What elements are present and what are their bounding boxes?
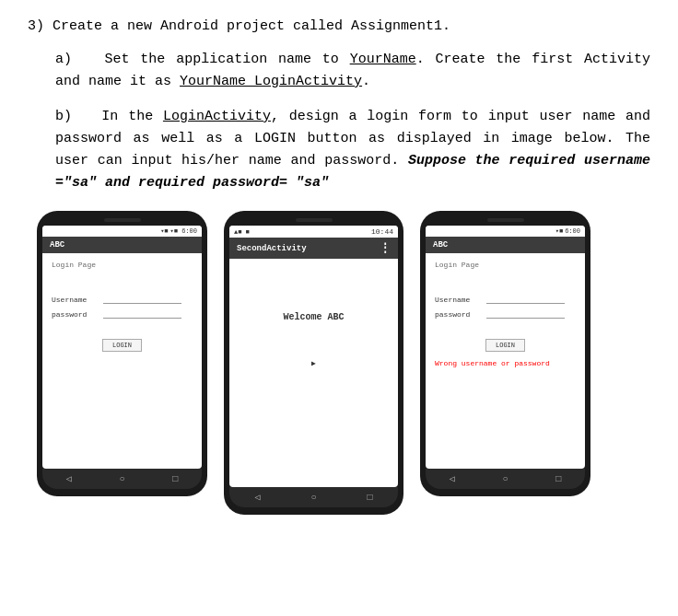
- phone2-welcome-text: Welcome ABC: [239, 312, 389, 322]
- phone1-screen: ▾■ ▾■ 6:00 ABC Login Page Username passw…: [42, 226, 202, 469]
- phone2-back-button[interactable]: ◁: [254, 492, 260, 503]
- step-number: 3): [28, 18, 44, 34]
- step-title: Create a new Android project called Assi…: [53, 18, 450, 34]
- phone1-username-input[interactable]: [103, 295, 181, 304]
- phone3-username-input[interactable]: [486, 295, 565, 304]
- phone3-recent-button[interactable]: □: [555, 474, 561, 484]
- phone1-username-label: Username: [52, 296, 99, 304]
- phone2-home-button[interactable]: ○: [310, 493, 316, 503]
- phone1-time: ▾■ 6:00: [170, 227, 197, 235]
- yourname-link: YourName: [350, 52, 416, 67]
- phone2-action-title: SecondActivity: [237, 244, 307, 253]
- loginactivity-link: LoginActivity: [163, 109, 271, 124]
- phones-row: ▾■ ▾■ 6:00 ABC Login Page Username passw…: [37, 211, 650, 515]
- phone1-username-row: Username: [52, 295, 193, 304]
- phone1-body: Login Page Username password LOGIN: [42, 253, 202, 469]
- phone1-recent-button[interactable]: □: [172, 474, 178, 484]
- phone3-password-row: password: [435, 309, 576, 319]
- phone3-action-bar: ABC: [426, 237, 585, 253]
- phone3-error-message: Wrong username or password: [435, 359, 576, 367]
- phone1-speaker: [104, 218, 141, 222]
- phone3-username-row: Username: [435, 295, 576, 304]
- phone3-password-input[interactable]: [486, 309, 565, 319]
- phone3-home-button[interactable]: ○: [502, 474, 508, 484]
- phone3-status-icons: ▾■ 6:00: [555, 227, 580, 235]
- item-b-label: b): [55, 109, 72, 124]
- phone3-body: Login Page Username password LOGIN Wrong…: [426, 253, 585, 469]
- phone1-status-bar: ▾■ ▾■ 6:00: [42, 226, 202, 237]
- phone1-home-button[interactable]: ○: [119, 474, 124, 484]
- phone1-action-title: ABC: [50, 240, 64, 250]
- phone3-screen: ▾■ 6:00 ABC Login Page Username password: [426, 226, 585, 469]
- sub-item-a-text: a) Set the application name to YourName.…: [55, 49, 650, 93]
- phone1-password-row: password: [52, 309, 193, 319]
- phone1-password-input[interactable]: [103, 309, 181, 319]
- phone1-signal: ▾■: [160, 227, 168, 235]
- phone3-username-label: Username: [435, 296, 483, 304]
- phone3-login-button[interactable]: LOGIN: [485, 339, 525, 352]
- phone2-status-icons: ▲■ ■: [234, 228, 250, 236]
- phone3-time: 6:00: [565, 227, 580, 235]
- phone2-bottom-nav: ◁ ○ □: [229, 487, 398, 507]
- sub-item-b: b) In the LoginActivity, design a login …: [55, 106, 650, 194]
- phone1-back-button[interactable]: ◁: [66, 473, 72, 484]
- yourname-loginactivity-link: YourName_LoginActivity: [180, 74, 362, 89]
- phone1: ▾■ ▾■ 6:00 ABC Login Page Username passw…: [37, 211, 207, 496]
- sub-item-b-text: b) In the LoginActivity, design a login …: [55, 106, 650, 194]
- phone3-bottom-nav: ◁ ○ □: [426, 469, 585, 489]
- phone3-signal: ▾■: [555, 227, 563, 235]
- step-header: 3) Create a new Android project called A…: [28, 18, 650, 34]
- phone3-back-button[interactable]: ◁: [450, 473, 455, 484]
- phone3-page-label: Login Page: [435, 261, 576, 269]
- phone3-action-title: ABC: [433, 240, 448, 250]
- phone3-speaker: [487, 218, 524, 222]
- phone1-login-button[interactable]: LOGIN: [102, 339, 142, 352]
- phone1-password-label: password: [52, 310, 99, 319]
- phone2-speaker: [296, 218, 333, 222]
- italic-requirement: Suppose the required username ="sa" and …: [55, 153, 650, 191]
- phone2-status-bar: ▲■ ■ 10:44: [229, 226, 398, 238]
- sub-item-a: a) Set the application name to YourName.…: [55, 49, 650, 93]
- phone2-recent-button[interactable]: □: [367, 493, 372, 503]
- item-a-label: a): [55, 52, 72, 67]
- phone2-menu-icon[interactable]: ⋮: [380, 241, 391, 255]
- phone1-bottom-nav: ◁ ○ □: [42, 469, 202, 489]
- phone2-action-bar: SecondActivity ⋮: [229, 238, 398, 259]
- phone1-action-bar: ABC: [42, 237, 202, 253]
- phone3-password-label: password: [435, 310, 483, 319]
- phone3: ▾■ 6:00 ABC Login Page Username password: [420, 211, 590, 496]
- phone2-screen: ▲■ ■ 10:44 SecondActivity ⋮ Welcome ABC …: [229, 226, 398, 487]
- phone1-status-icons: ▾■ ▾■ 6:00: [160, 227, 197, 235]
- phone1-page-label: Login Page: [52, 261, 193, 269]
- phone3-status-bar: ▾■ 6:00: [426, 226, 585, 237]
- phone2: ▲■ ■ 10:44 SecondActivity ⋮ Welcome ABC …: [224, 211, 403, 515]
- phone2-time: 10:44: [371, 227, 393, 236]
- phone2-body: Welcome ABC ▶: [229, 259, 398, 487]
- phone2-cursor: ▶: [311, 359, 316, 367]
- phone2-signal: ▲■ ■: [234, 228, 250, 236]
